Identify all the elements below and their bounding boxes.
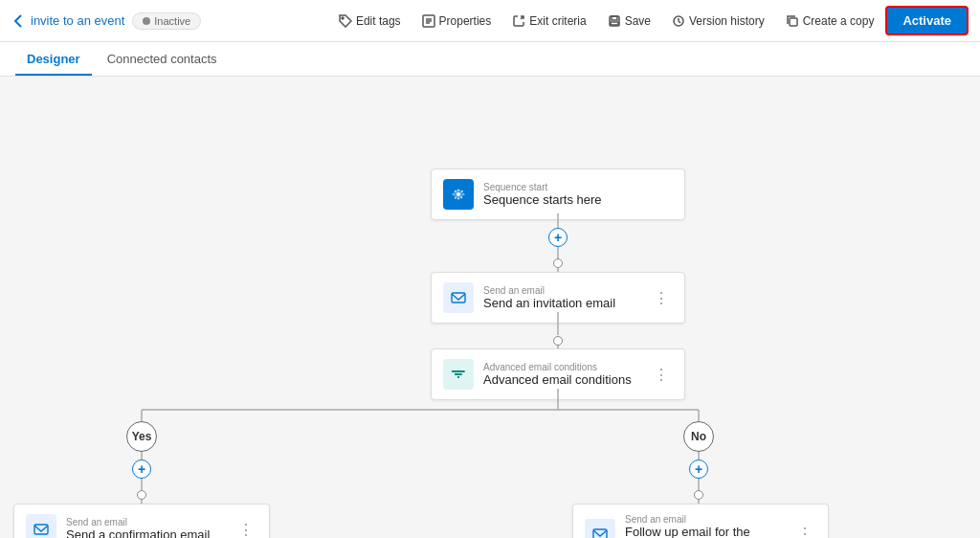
header-actions: Edit tags Properties Exit criteria Save	[329, 6, 969, 35]
send-email-no-node: Send an email Follow up email for the ev…	[572, 504, 829, 538]
back-button[interactable]: invite to an event	[11, 13, 124, 29]
svg-rect-9	[790, 18, 797, 26]
properties-label: Properties	[439, 14, 492, 28]
save-icon	[608, 14, 621, 28]
properties-button[interactable]: Properties	[412, 10, 501, 33]
connector-dot-no	[694, 490, 703, 500]
svg-rect-33	[34, 525, 48, 534]
tabs: Designer Connected contacts	[0, 42, 980, 77]
activate-label: Activate	[902, 13, 951, 28]
tab-designer-label: Designer	[27, 52, 80, 66]
create-copy-button[interactable]: Create a copy	[776, 10, 884, 33]
send-email-1-icon	[443, 282, 474, 313]
status-badge: Inactive	[132, 12, 201, 30]
svg-rect-29	[452, 293, 465, 303]
send-email-yes-title: Send a confirmation email	[66, 527, 225, 538]
status-label: Inactive	[154, 15, 190, 27]
tag-icon	[339, 14, 352, 28]
branch-yes-label: Yes	[126, 421, 157, 452]
tab-connected-contacts[interactable]: Connected contacts	[96, 44, 229, 76]
svg-point-32	[457, 376, 459, 378]
send-email-1-menu[interactable]: ⋮	[650, 289, 673, 307]
branch-yes-text: Yes	[132, 430, 152, 443]
branch-no-label: No	[683, 421, 714, 452]
advanced-conditions-menu[interactable]: ⋮	[650, 366, 673, 384]
add-step-button-yes[interactable]: +	[132, 460, 151, 479]
sequence-start-title: Sequence starts here	[483, 192, 673, 207]
svg-point-0	[342, 17, 344, 19]
send-email-1-label: Send an email	[483, 285, 640, 296]
history-icon	[672, 14, 685, 28]
svg-rect-7	[611, 22, 618, 25]
tab-connected-contacts-label: Connected contacts	[107, 52, 217, 66]
send-email-yes-label: Send an email	[66, 517, 225, 527]
advanced-conditions-title: Advanced email conditions	[483, 372, 640, 387]
exit-criteria-button[interactable]: Exit criteria	[502, 10, 595, 33]
branch-no-text: No	[691, 430, 706, 443]
send-email-no-label: Send an email	[625, 514, 784, 525]
svg-point-30	[452, 370, 454, 372]
version-history-label: Version history	[689, 14, 765, 28]
connector-dot-1	[553, 258, 563, 268]
send-email-no-title: Follow up email for the event	[625, 525, 784, 538]
properties-icon	[422, 14, 435, 28]
send-email-1-node: Send an email Send an invitation email ⋮	[431, 272, 685, 324]
header: invite to an event Inactive Edit tags Pr…	[0, 0, 980, 42]
save-button[interactable]: Save	[598, 10, 660, 33]
version-history-button[interactable]: Version history	[662, 10, 774, 33]
advanced-conditions-label: Advanced email conditions	[483, 362, 640, 372]
sequence-start-node: Sequence start Sequence starts here	[431, 168, 685, 220]
add-step-button-no[interactable]: +	[689, 460, 708, 479]
svg-rect-34	[593, 529, 607, 539]
copy-icon	[786, 14, 799, 28]
add-step-button-1[interactable]: +	[548, 228, 568, 247]
connector-dot-yes	[137, 490, 146, 500]
send-email-1-title: Send an invitation email	[483, 296, 640, 310]
send-email-yes-icon	[26, 514, 56, 538]
advanced-conditions-icon	[443, 359, 474, 390]
activate-button[interactable]: Activate	[885, 6, 969, 35]
svg-rect-6	[612, 16, 617, 20]
canvas: Sequence start Sequence starts here + Se…	[0, 77, 980, 538]
exit-criteria-label: Exit criteria	[529, 14, 586, 28]
exit-criteria-icon	[512, 14, 525, 28]
edit-tags-label: Edit tags	[356, 14, 401, 28]
advanced-conditions-node: Advanced email conditions Advanced email…	[431, 348, 685, 400]
connector-dot-2	[553, 336, 563, 346]
status-dot	[143, 17, 150, 25]
tab-designer[interactable]: Designer	[15, 44, 92, 76]
edit-tags-button[interactable]: Edit tags	[329, 10, 411, 33]
sequence-start-icon	[443, 179, 474, 210]
send-email-yes-menu[interactable]: ⋮	[234, 521, 257, 539]
header-title: invite to an event	[31, 13, 124, 28]
send-email-yes-node: Send an email Send a confirmation email …	[13, 504, 270, 538]
back-icon	[11, 13, 27, 29]
create-copy-label: Create a copy	[803, 14, 875, 28]
send-email-no-icon	[585, 519, 615, 539]
send-email-no-menu[interactable]: ⋮	[793, 525, 816, 538]
sequence-start-label: Sequence start	[483, 182, 673, 192]
svg-point-28	[457, 192, 460, 196]
svg-point-31	[455, 373, 457, 375]
save-label: Save	[625, 14, 651, 28]
